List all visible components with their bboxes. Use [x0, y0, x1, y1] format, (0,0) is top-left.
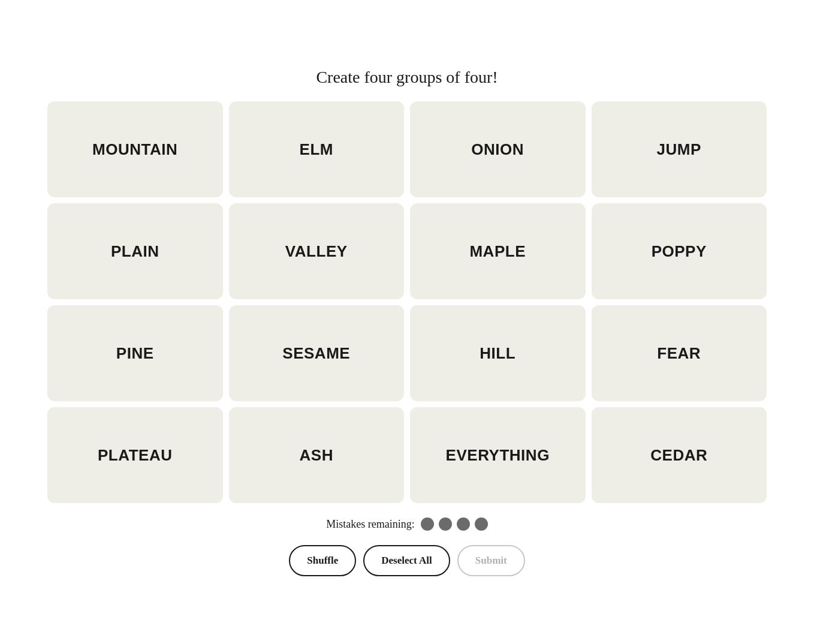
buttons-section: Shuffle Deselect All Submit	[289, 545, 524, 576]
tile-label-fear: FEAR	[657, 344, 701, 363]
tile-label-jump: JUMP	[657, 140, 701, 159]
tile-elm[interactable]: ELM	[229, 101, 405, 197]
mistakes-label: Mistakes remaining:	[326, 518, 414, 531]
tile-maple[interactable]: MAPLE	[410, 203, 586, 299]
tile-everything[interactable]: EVERYTHING	[410, 407, 586, 503]
tile-poppy[interactable]: POPPY	[592, 203, 767, 299]
game-container: Create four groups of four! MOUNTAINELMO…	[47, 68, 767, 576]
tile-cedar[interactable]: CEDAR	[592, 407, 767, 503]
tile-label-maple: MAPLE	[469, 242, 526, 261]
tile-hill[interactable]: HILL	[410, 305, 586, 401]
tile-label-cedar: CEDAR	[650, 446, 707, 465]
tile-label-plateau: PLATEAU	[98, 446, 173, 465]
tile-label-ash: ASH	[300, 446, 333, 465]
tile-label-onion: ONION	[471, 140, 524, 159]
tile-valley[interactable]: VALLEY	[229, 203, 405, 299]
tile-jump[interactable]: JUMP	[592, 101, 767, 197]
tile-plain[interactable]: PLAIN	[47, 203, 223, 299]
tile-label-elm: ELM	[300, 140, 333, 159]
submit-button[interactable]: Submit	[457, 545, 525, 576]
tile-label-poppy: POPPY	[652, 242, 707, 261]
tile-label-mountain: MOUNTAIN	[92, 140, 177, 159]
tile-onion[interactable]: ONION	[410, 101, 586, 197]
tile-plateau[interactable]: PLATEAU	[47, 407, 223, 503]
mistake-dot-4	[475, 517, 488, 531]
tile-sesame[interactable]: SESAME	[229, 305, 405, 401]
tile-ash[interactable]: ASH	[229, 407, 405, 503]
tile-label-everything: EVERYTHING	[446, 446, 550, 465]
tile-label-pine: PINE	[116, 344, 154, 363]
mistake-dot-1	[421, 517, 434, 531]
tile-label-sesame: SESAME	[282, 344, 350, 363]
mistake-dot-2	[439, 517, 452, 531]
tile-pine[interactable]: PINE	[47, 305, 223, 401]
tile-grid: MOUNTAINELMONIONJUMPPLAINVALLEYMAPLEPOPP…	[47, 101, 767, 503]
mistakes-section: Mistakes remaining:	[326, 517, 487, 531]
tile-fear[interactable]: FEAR	[592, 305, 767, 401]
tile-label-hill: HILL	[480, 344, 515, 363]
tile-label-plain: PLAIN	[111, 242, 159, 261]
dots-container	[421, 517, 488, 531]
deselect-all-button[interactable]: Deselect All	[363, 545, 450, 576]
mistake-dot-3	[457, 517, 470, 531]
page-title: Create four groups of four!	[316, 68, 498, 87]
tile-mountain[interactable]: MOUNTAIN	[47, 101, 223, 197]
shuffle-button[interactable]: Shuffle	[289, 545, 356, 576]
tile-label-valley: VALLEY	[285, 242, 348, 261]
